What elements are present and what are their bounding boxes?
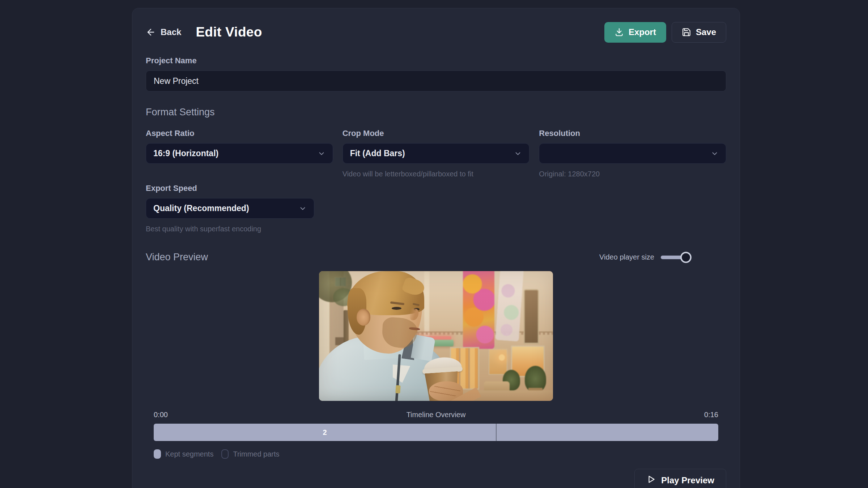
trimmed-parts-swatch	[221, 449, 229, 459]
timeline-segment-label: 2	[323, 428, 327, 437]
timeline-segment[interactable]	[496, 424, 718, 441]
header: Back Edit Video Export Save	[146, 22, 726, 43]
play-preview-button[interactable]: Play Preview	[634, 469, 726, 488]
crop-mode-value: Fit (Add Bars)	[350, 149, 405, 158]
scene-man-eye	[392, 307, 401, 310]
video-preview-heading: Video Preview	[146, 252, 208, 263]
play-preview-label: Play Preview	[661, 475, 714, 485]
resolution-select[interactable]	[539, 143, 726, 164]
scene-storefront-window	[489, 349, 507, 375]
project-name-label: Project Name	[146, 56, 726, 65]
resolution-label: Resolution	[539, 129, 726, 138]
export-label: Export	[629, 27, 656, 37]
aspect-ratio-helper	[146, 170, 333, 179]
timeline-section: 0:00 Timeline Overview 0:16 2 Kept segme…	[146, 411, 726, 459]
crop-mode-label: Crop Mode	[342, 129, 530, 138]
resolution-field: Resolution Original: 1280x720	[539, 129, 726, 179]
kept-segments-swatch	[154, 449, 161, 459]
export-speed-helper: Best quality with superfast encoding	[146, 225, 314, 234]
scene-man-ear	[357, 309, 371, 326]
timeline-header: 0:00 Timeline Overview 0:16	[154, 411, 718, 419]
slider-thumb[interactable]	[680, 252, 692, 263]
save-label: Save	[696, 27, 716, 37]
legend-kept: Kept segments	[154, 449, 213, 459]
scene-pilaster	[424, 271, 429, 336]
play-preview-row: Play Preview	[146, 469, 726, 488]
kept-segments-label: Kept segments	[165, 450, 213, 458]
aspect-ratio-field: Aspect Ratio 16:9 (Horizontal)	[146, 129, 333, 179]
format-settings-grid: Aspect Ratio 16:9 (Horizontal) Crop Mode…	[146, 129, 726, 179]
crop-mode-helper: Video will be letterboxed/pillarboxed to…	[342, 170, 530, 179]
chevron-down-icon	[711, 150, 719, 158]
scene-zipper-pull	[395, 385, 400, 393]
timeline-title: Timeline Overview	[407, 411, 466, 419]
header-actions: Export Save	[604, 22, 726, 43]
project-name-input[interactable]	[146, 70, 726, 91]
chevron-down-icon	[514, 150, 522, 158]
download-icon	[614, 27, 624, 37]
page-title: Edit Video	[196, 25, 262, 40]
video-preview-header: Video Preview Video player size	[146, 252, 726, 263]
edit-video-panel: Back Edit Video Export Save Project Name…	[132, 8, 740, 488]
crop-mode-field: Crop Mode Fit (Add Bars) Video will be l…	[342, 129, 530, 179]
scene-pink-banner	[463, 271, 494, 349]
timeline-start-time: 0:00	[154, 411, 168, 419]
trimmed-parts-label: Trimmed parts	[233, 450, 279, 458]
scene-door	[524, 289, 539, 344]
save-button[interactable]: Save	[672, 22, 726, 43]
player-size-control: Video player size	[599, 253, 686, 261]
export-speed-value: Quality (Recommended)	[153, 204, 249, 213]
export-speed-label: Export Speed	[146, 184, 314, 193]
resolution-helper: Original: 1280x720	[539, 170, 726, 179]
player-size-label: Video player size	[599, 253, 654, 261]
scene-man-fingers	[430, 385, 460, 397]
aspect-ratio-label: Aspect Ratio	[146, 129, 333, 138]
aspect-ratio-value: 16:9 (Horizontal)	[153, 149, 218, 158]
format-settings-heading: Format Settings	[146, 107, 726, 118]
back-arrow-icon	[146, 27, 156, 37]
video-preview[interactable]	[319, 271, 553, 401]
play-icon	[646, 475, 656, 486]
chevron-down-icon	[299, 205, 307, 213]
aspect-ratio-select[interactable]: 16:9 (Horizontal)	[146, 143, 333, 164]
timeline-end-time: 0:16	[704, 411, 718, 419]
back-label: Back	[161, 27, 181, 37]
export-speed-select[interactable]: Quality (Recommended)	[146, 198, 314, 219]
crop-mode-select[interactable]: Fit (Add Bars)	[342, 143, 530, 164]
legend-trimmed: Trimmed parts	[221, 449, 279, 459]
chevron-down-icon	[318, 150, 326, 158]
timeline-bar[interactable]: 2	[154, 424, 718, 441]
export-button[interactable]: Export	[604, 22, 666, 43]
scene-lamp-glow	[499, 354, 505, 361]
back-button[interactable]: Back	[146, 27, 181, 37]
export-speed-field: Export Speed Quality (Recommended) Best …	[146, 184, 314, 234]
timeline-segment[interactable]: 2	[154, 424, 496, 441]
save-icon	[682, 27, 691, 37]
timeline-legend: Kept segments Trimmed parts	[154, 449, 718, 459]
video-player-size-slider[interactable]	[661, 256, 686, 259]
